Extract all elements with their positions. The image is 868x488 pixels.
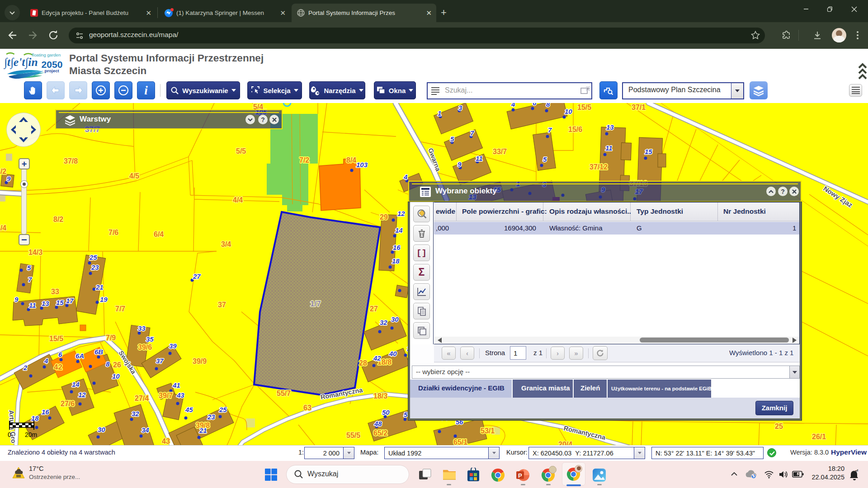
- svg-text:15: 15: [645, 148, 652, 155]
- svg-text:12: 12: [397, 210, 405, 217]
- svg-text:11: 11: [476, 155, 483, 162]
- svg-text:9: 9: [458, 160, 462, 168]
- svg-text:0: 0: [8, 431, 11, 438]
- svg-text:5: 5: [27, 264, 31, 272]
- svg-text:15: 15: [56, 299, 64, 306]
- svg-text:P: P: [518, 472, 522, 479]
- svg-text:18: 18: [392, 257, 400, 265]
- svg-text:8: 8: [106, 360, 110, 368]
- svg-text:33: 33: [51, 288, 59, 296]
- svg-text:37: 37: [156, 357, 164, 365]
- svg-text:8/4: 8/4: [346, 156, 356, 164]
- svg-text:5/5: 5/5: [236, 147, 246, 155]
- svg-text:28: 28: [359, 359, 367, 367]
- svg-text:20/4: 20/4: [558, 441, 572, 445]
- svg-text:37/12: 37/12: [590, 163, 608, 171]
- svg-text:15/6: 15/6: [568, 126, 582, 133]
- svg-text:55/5: 55/5: [346, 432, 360, 439]
- svg-text:9: 9: [14, 296, 19, 303]
- svg-text:26: 26: [113, 361, 121, 369]
- svg-text:48: 48: [374, 420, 382, 427]
- svg-text:7: 7: [548, 126, 552, 134]
- svg-text:13: 13: [42, 300, 49, 307]
- svg-text:15/5: 15/5: [49, 335, 63, 343]
- svg-text:12: 12: [78, 391, 86, 399]
- svg-text:10: 10: [112, 372, 120, 380]
- svg-text:37: 37: [218, 301, 226, 309]
- svg-text:27/4: 27/4: [135, 394, 149, 402]
- svg-text:4: 4: [511, 103, 515, 108]
- svg-text:3: 3: [458, 104, 462, 112]
- svg-text:29: 29: [380, 213, 388, 221]
- svg-text:42: 42: [373, 354, 381, 362]
- svg-text:41: 41: [172, 381, 180, 389]
- svg-text:23: 23: [207, 413, 215, 421]
- svg-text:1: 1: [438, 109, 441, 117]
- svg-text:∫t∫e't∫in: ∫t∫e't∫in: [4, 56, 38, 69]
- svg-text:19: 19: [100, 296, 108, 303]
- svg-text:3/4: 3/4: [221, 240, 231, 248]
- svg-text:39/9: 39/9: [193, 357, 207, 365]
- svg-text:9: 9: [7, 175, 11, 183]
- svg-text:4: 4: [44, 357, 48, 365]
- svg-text:16: 16: [42, 408, 49, 416]
- svg-text:floating garden: floating garden: [32, 52, 61, 57]
- svg-text:21: 21: [95, 283, 104, 291]
- svg-text:39: 39: [169, 342, 177, 350]
- svg-text:6: 6: [533, 103, 537, 107]
- svg-text:8/2: 8/2: [0, 168, 6, 175]
- svg-text:4: 4: [403, 173, 408, 181]
- svg-text:53/1: 53/1: [481, 427, 495, 435]
- svg-text:42: 42: [54, 363, 62, 371]
- svg-text:34: 34: [142, 426, 149, 434]
- svg-text:27/6: 27/6: [61, 400, 75, 408]
- svg-text:15/5: 15/5: [577, 103, 591, 111]
- svg-text:21: 21: [199, 427, 207, 434]
- svg-text:16: 16: [393, 244, 401, 251]
- svg-text:8: 8: [546, 103, 550, 108]
- svg-text:32: 32: [132, 410, 139, 418]
- svg-text:7/6: 7/6: [108, 229, 118, 236]
- svg-text:5: 5: [450, 135, 454, 143]
- svg-text:30: 30: [391, 315, 399, 323]
- svg-text:55/7: 55/7: [277, 389, 291, 397]
- svg-text:6A: 6A: [75, 352, 84, 360]
- svg-text:39/7: 39/7: [159, 392, 173, 399]
- svg-text:32: 32: [380, 319, 387, 326]
- svg-text:18: 18: [31, 414, 39, 422]
- svg-text:z: z: [857, 469, 859, 472]
- svg-text:33/7: 33/7: [493, 148, 507, 155]
- svg-text:43: 43: [162, 437, 170, 445]
- svg-text:37/1: 37/1: [632, 103, 646, 111]
- svg-text:13: 13: [606, 123, 614, 131]
- svg-text:1/7: 1/7: [310, 300, 321, 308]
- svg-text:18/3: 18/3: [373, 392, 387, 400]
- svg-text:7/9: 7/9: [106, 334, 116, 342]
- svg-text:37/8: 37/8: [64, 157, 78, 165]
- svg-text:40: 40: [389, 350, 397, 357]
- svg-text:8/2: 8/2: [53, 216, 63, 223]
- svg-text:43: 43: [176, 391, 184, 399]
- svg-text:project: project: [45, 68, 60, 73]
- svg-text:25: 25: [219, 406, 227, 413]
- svg-text:7: 7: [28, 276, 32, 283]
- svg-text:6B: 6B: [94, 348, 103, 356]
- svg-text:65/2: 65/2: [373, 429, 387, 437]
- svg-text:25: 25: [775, 422, 783, 430]
- svg-text:39/6: 39/6: [138, 343, 152, 351]
- svg-text:26/1: 26/1: [812, 433, 826, 441]
- svg-text:33: 33: [138, 324, 146, 332]
- svg-text:14/3: 14/3: [28, 249, 42, 256]
- svg-text:65/1: 65/1: [453, 438, 467, 445]
- svg-text:14: 14: [395, 226, 403, 234]
- svg-text:4/5: 4/5: [129, 172, 139, 180]
- svg-text:6/4: 6/4: [154, 230, 164, 238]
- svg-text:30: 30: [98, 426, 105, 433]
- svg-text:23: 23: [91, 263, 99, 271]
- svg-text:8/4: 8/4: [0, 224, 6, 232]
- svg-text:2: 2: [23, 364, 28, 371]
- svg-text:2050: 2050: [41, 59, 62, 70]
- svg-text:50: 50: [382, 408, 390, 416]
- svg-text:5: 5: [404, 411, 408, 418]
- svg-text:11: 11: [29, 301, 36, 309]
